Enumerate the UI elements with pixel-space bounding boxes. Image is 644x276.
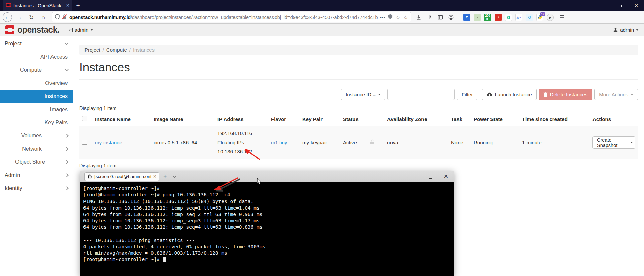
time-since-created-cell: 1 minute [519, 126, 590, 159]
sidebar-item-label: Compute [20, 67, 42, 73]
user-menu[interactable]: admin [613, 27, 639, 33]
extension-sage-icon[interactable]: ◔ [474, 14, 481, 21]
sidebar-item-label: API Access [40, 54, 68, 60]
chevron-right-icon [65, 147, 68, 151]
sidebar-item-object-store[interactable]: Object Store [0, 155, 73, 168]
insecure-connection-icon[interactable] [62, 14, 67, 21]
back-button[interactable]: ← [3, 12, 12, 22]
chevron-down-icon [65, 67, 68, 71]
sidebar-item-label: Images [50, 106, 68, 112]
terminal-window: [screen 0: root@hamim-controll ✕ + — ✕ [… [80, 171, 454, 276]
power-state-cell: Running [471, 126, 519, 159]
user-menu-label: admin [620, 27, 634, 33]
extension-blue-icon[interactable]: Z [463, 14, 470, 21]
home-button[interactable]: ⌂ [38, 12, 48, 22]
extension-counter-icon[interactable]: 200IF [484, 14, 491, 21]
row-checkbox[interactable] [82, 140, 87, 145]
sidebar-toggle-icon[interactable] [436, 12, 445, 22]
terminal-body[interactable]: [root@hamim-controller ~]# [root@hamim-c… [80, 182, 454, 276]
more-actions-button[interactable]: More Actions [594, 89, 638, 100]
window-restore-button[interactable] [613, 0, 629, 11]
browser-tab[interactable]: Instances - OpenStack Dashbo ✕ [3, 0, 72, 11]
account-icon[interactable] [447, 12, 455, 22]
col-task: Task [448, 112, 471, 126]
extension-owl-icon[interactable]: Ʊ [526, 14, 533, 21]
sidebar-item-compute[interactable]: Compute [0, 63, 73, 76]
tracking-protection-shield-icon[interactable] [55, 14, 60, 21]
sidebar-item-instances[interactable]: Instances [0, 90, 73, 103]
library-icon[interactable] [425, 12, 434, 22]
forward-button[interactable]: → [14, 12, 24, 22]
url-bar[interactable]: openstack.nurhamim.my.id/dashboard/proje… [52, 12, 411, 22]
items-count-top: Displaying 1 item [79, 105, 638, 111]
row-actions-dropdown[interactable] [628, 137, 635, 148]
terminal-line: [root@hamim-controller ~]# [83, 257, 163, 262]
ip-fixed: 192.168.10.116 [217, 129, 266, 138]
terminal-close-button[interactable]: ✕ [444, 173, 448, 180]
page-action-shield-icon[interactable] [388, 14, 393, 20]
chevron-down-icon [630, 142, 633, 143]
trash-icon [543, 92, 548, 97]
filter-button[interactable]: Filter [457, 89, 477, 100]
delete-instances-button[interactable]: Delete Instances [539, 89, 592, 100]
extension-play-icon[interactable]: ▶ [547, 14, 554, 21]
table-header-row: Instance Name Image Name IP Address Flav… [79, 112, 638, 126]
project-switcher[interactable]: admin [68, 27, 93, 33]
openstack-favicon-icon [6, 3, 11, 8]
terminal-titlebar[interactable]: [screen 0: root@hamim-controll ✕ + — ✕ [80, 171, 454, 182]
sidebar-item-api-access[interactable]: API Access [0, 50, 73, 63]
sidebar-item-overview[interactable]: Overview [0, 76, 73, 90]
sidebar-item-label: Key Pairs [45, 120, 68, 125]
sidebar-item-admin[interactable]: Admin [0, 168, 73, 182]
sidebar-item-project[interactable]: Project [0, 37, 73, 50]
launch-instance-button[interactable]: Launch Instance [482, 89, 536, 100]
filter-field-select[interactable]: Instance ID = [341, 89, 385, 100]
select-all-checkbox[interactable] [82, 116, 87, 121]
bookmark-star-icon[interactable]: ☆ [403, 14, 408, 21]
new-tab-button[interactable]: + [72, 0, 84, 11]
tab-close-icon[interactable]: ✕ [66, 3, 70, 8]
filter-field-label: Instance ID = [346, 92, 376, 97]
extension-grammarly-icon[interactable]: G [505, 14, 512, 21]
menu-hamburger-icon[interactable]: ☰ [556, 14, 567, 21]
sidebar: Project API Access Compute Overview Inst… [0, 36, 73, 276]
reload-button[interactable]: ↻ [26, 12, 36, 22]
create-snapshot-button[interactable]: Create Snapshot [593, 137, 628, 148]
breadcrumb-project[interactable]: Project [84, 47, 100, 53]
extension-translate-icon[interactable]: 文A [515, 14, 522, 21]
sidebar-item-network[interactable]: Network [0, 142, 73, 155]
openstack-brand[interactable]: openstack. [5, 25, 60, 35]
flavor-link[interactable]: m1.tiny [271, 140, 287, 145]
project-switcher-label: admin [75, 27, 89, 33]
extension-red-wand-icon[interactable]: ⚡ [495, 14, 502, 21]
window-close-button[interactable]: ✕ [629, 0, 644, 11]
downloads-icon[interactable] [414, 12, 423, 22]
sidebar-item-label: Overview [45, 80, 68, 86]
ip-address-cell: 192.168.10.116 Floating IPs: 10.136.136.… [215, 126, 268, 159]
breadcrumb-current: Instances [133, 47, 155, 53]
terminal-tab[interactable]: [screen 0: root@hamim-controll ✕ [84, 172, 159, 181]
filter-input[interactable] [387, 89, 455, 100]
sidebar-item-images[interactable]: Images [0, 103, 73, 116]
terminal-maximize-button[interactable] [429, 175, 432, 179]
page-actions-icon[interactable]: ••• [380, 15, 386, 20]
sidebar-item-identity[interactable]: Identity [0, 182, 73, 195]
sidebar-item-volumes[interactable]: Volumes [0, 129, 73, 142]
window-minimize-button[interactable]: — [598, 0, 613, 11]
terminal-new-tab-button[interactable]: + [163, 173, 167, 180]
terminal-tab-list-chevron-icon[interactable] [172, 174, 176, 178]
terminal-tab-close-icon[interactable]: ✕ [153, 174, 157, 179]
breadcrumb-compute[interactable]: Compute [106, 47, 127, 53]
page-action-refresh-icon[interactable]: ↻ [395, 12, 401, 22]
extension-python-icon[interactable]: 12 [536, 14, 543, 21]
chevron-right-icon [65, 134, 68, 137]
lock-cell [367, 126, 384, 159]
app-header: openstack. admin admin [0, 24, 644, 36]
chevron-right-icon [65, 160, 68, 164]
cloud-upload-icon [487, 92, 492, 96]
terminal-minimize-button[interactable]: — [412, 174, 417, 179]
instance-name-link[interactable]: my-instance [95, 140, 122, 145]
terminal-line: 64 bytes from 10.136.136.112: icmp_seq=1… [83, 205, 451, 211]
task-cell: None [448, 126, 471, 159]
sidebar-item-key-pairs[interactable]: Key Pairs [0, 116, 73, 129]
